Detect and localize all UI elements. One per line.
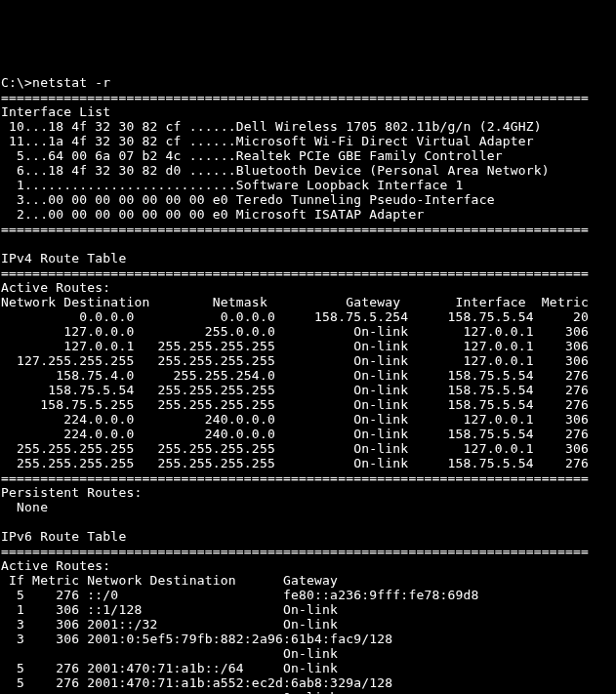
- terminal-output: C:\>netstat -r =========================…: [0, 73, 616, 694]
